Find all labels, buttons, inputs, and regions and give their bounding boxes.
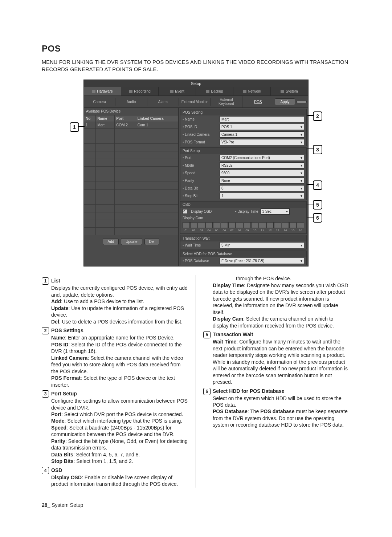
cam-toggle[interactable] — [251, 222, 258, 228]
main-tabs: Hardware Recording Event Backup Network … — [84, 87, 308, 96]
hdd-section: Select HDD for POS Database POS Database… — [180, 251, 307, 265]
cam-toggle[interactable] — [244, 222, 251, 228]
page-title: POS — [42, 44, 350, 54]
table-row[interactable]: 1MartCOM 2Cam 1 — [84, 122, 178, 129]
linked-camera-select[interactable]: Camera 1 — [220, 131, 304, 138]
mode-label: Mode — [183, 163, 217, 167]
pos-database-label: POS Database — [183, 259, 217, 263]
del-button[interactable]: Del — [144, 238, 159, 245]
pos-format-select[interactable]: VSI-Pro — [220, 139, 304, 145]
tab-event[interactable]: Event — [159, 87, 196, 95]
intro-text: MENU FOR LINKING THE DVR SYSTEM TO POS D… — [42, 59, 350, 73]
display-cam-label: Display Cam — [183, 216, 203, 220]
pos-database-select[interactable]: F Drive (Free : 231.78 GB) — [220, 258, 304, 264]
cam-toggle[interactable] — [198, 222, 205, 228]
tab-hardware[interactable]: Hardware — [84, 87, 121, 95]
cam-toggle[interactable] — [221, 222, 228, 228]
num-icon-4: 4 — [42, 467, 49, 474]
sub-tabs: Camera Audio Alarm External Monitor Exte… — [84, 96, 308, 108]
hardware-icon — [92, 90, 95, 93]
apply-button[interactable]: Apply — [275, 98, 295, 105]
subtab-alarm[interactable]: Alarm — [147, 98, 179, 106]
speed-select[interactable]: 9600 — [220, 170, 304, 176]
callout-6: 6 — [313, 213, 322, 223]
mode-select[interactable]: RS232 — [220, 162, 304, 168]
speed-label: Speed — [183, 171, 217, 175]
recording-icon — [129, 90, 132, 93]
display-osd-checkbox[interactable] — [183, 209, 187, 214]
cam-toggle[interactable] — [205, 222, 213, 228]
description-columns: 1List Displays the currently configured … — [42, 275, 350, 487]
subtab-camera[interactable]: Camera — [84, 98, 115, 106]
stopbit-label: Stop Bit — [183, 194, 217, 198]
num-icon-2: 2 — [42, 327, 49, 334]
tab-backup[interactable]: Backup — [196, 87, 233, 95]
cam-toggle[interactable] — [183, 222, 190, 228]
backup-icon — [206, 90, 209, 93]
name-input[interactable]: Mart — [220, 116, 304, 122]
cam-toggle[interactable] — [282, 222, 289, 228]
available-pos-title: Availabe POS Device — [84, 108, 178, 115]
name-label: Name — [183, 117, 217, 121]
transaction-wait-section: Transaction Wait Wait Time5 Min — [180, 235, 307, 249]
port-label: Port — [183, 156, 217, 160]
page-footer: 28_ System Setup — [42, 502, 350, 508]
stopbit-select[interactable]: 1 — [220, 193, 304, 199]
col-no: No — [84, 115, 96, 122]
num-icon-6: 6 — [203, 388, 211, 395]
num-icon-3: 3 — [42, 390, 49, 398]
desc-text: Displays the currently configured POS de… — [42, 285, 189, 298]
cam-toggle[interactable] — [213, 222, 220, 228]
update-button[interactable]: Update — [121, 238, 142, 245]
num-icon-5: 5 — [203, 331, 211, 338]
port-setup-section: Port Setup PortCOM2 (Communications Port… — [180, 147, 307, 200]
linked-camera-label: Linked Camera — [183, 133, 217, 137]
wait-time-label: Wait Time — [183, 243, 217, 247]
display-osd-label: Display OSD — [191, 209, 227, 213]
parity-select[interactable]: None — [220, 178, 304, 184]
databit-label: Data Bit — [183, 186, 217, 190]
subtab-audio[interactable]: Audio — [115, 98, 147, 106]
wait-time-select[interactable]: 5 Min — [220, 242, 304, 248]
tab-system[interactable]: System — [271, 87, 308, 95]
add-button[interactable]: Add — [103, 238, 119, 245]
cam-toggle[interactable] — [228, 222, 236, 228]
system-icon — [281, 90, 284, 93]
subtab-ext-monitor[interactable]: External Monitor — [179, 98, 211, 106]
cam-toggle[interactable] — [236, 222, 243, 228]
window-title: Setup — [84, 80, 308, 87]
cam-toggle[interactable] — [297, 222, 304, 228]
network-icon — [243, 90, 246, 93]
posid-select[interactable]: POS 1 — [220, 124, 304, 130]
posid-label: POS ID — [183, 125, 217, 129]
callout-5: 5 — [313, 200, 322, 209]
subtab-ext-keyboard[interactable]: External Keyboard — [211, 96, 242, 107]
setup-screenshot: 1 2 3 4 5 6 Setup Hardware Recording Eve… — [83, 80, 309, 267]
callout-4: 4 — [313, 180, 322, 190]
cam-toggle[interactable] — [266, 222, 274, 228]
pos-device-table: No Name Port Linked Camera 1MartCOM 2Cam… — [84, 115, 178, 235]
cam-toggle[interactable] — [259, 222, 266, 228]
display-time-select[interactable]: 3 Sec — [261, 208, 290, 215]
display-cam-grid — [180, 221, 306, 229]
pos-setting-section: POS Setting NameMart POS IDPOS 1 Linked … — [180, 109, 307, 146]
callout-2: 2 — [313, 111, 322, 121]
parity-label: Parity — [183, 179, 217, 183]
pos-format-label: POS Format — [183, 140, 217, 144]
databit-select[interactable]: 8 — [220, 185, 304, 191]
port-select[interactable]: COM2 (Communications Port) — [220, 155, 304, 161]
osd-section: OSD Display OSD • Display Time 3 Sec Dis… — [180, 201, 307, 234]
event-icon — [170, 90, 173, 93]
num-icon-1: 1 — [42, 277, 49, 285]
subtab-pos[interactable]: POS — [242, 98, 274, 106]
close-button[interactable] — [297, 100, 307, 103]
callout-3: 3 — [313, 145, 322, 154]
cam-toggle[interactable] — [190, 222, 197, 228]
col-port: Port — [115, 115, 136, 122]
callout-1: 1 — [70, 122, 79, 132]
display-time-label: • Display Time — [235, 209, 258, 213]
tab-recording[interactable]: Recording — [121, 87, 159, 95]
cam-toggle[interactable] — [274, 222, 281, 228]
tab-network[interactable]: Network — [233, 87, 271, 95]
cam-toggle[interactable] — [289, 222, 297, 228]
